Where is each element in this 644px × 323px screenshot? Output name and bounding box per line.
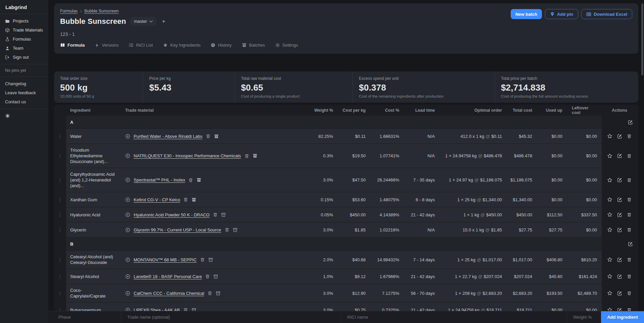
trade-material-link[interactable]: NATRLQUEST E30 - Innospec Performance Ch… xyxy=(134,153,241,158)
drag-handle[interactable]: ⋮ xyxy=(54,207,66,222)
edit-icon[interactable] xyxy=(617,197,622,202)
tab-inci-list[interactable]: INCI List xyxy=(129,43,153,48)
new-batch-button[interactable]: New batch xyxy=(511,9,542,19)
sidebar-link-leave-feedback[interactable]: Leave feedback xyxy=(0,88,48,97)
trade-material-link[interactable]: Purified Water - Above Rinaldi Labs xyxy=(134,134,202,139)
edit-icon[interactable] xyxy=(617,134,622,139)
trash-icon[interactable] xyxy=(225,227,229,232)
archive-icon[interactable] xyxy=(191,197,196,202)
archive-icon[interactable] xyxy=(216,291,221,296)
add-ingredient-button[interactable]: Add ingredient xyxy=(601,311,644,323)
scrollbar[interactable] xyxy=(641,3,643,75)
drag-handle[interactable]: ⋮ xyxy=(54,222,66,237)
trash-icon[interactable] xyxy=(200,257,205,262)
circle-plus-icon[interactable] xyxy=(125,212,130,217)
sidebar-link-changelog[interactable]: Changelog xyxy=(0,79,48,88)
star-icon[interactable] xyxy=(607,177,612,183)
edit-icon[interactable] xyxy=(617,227,622,232)
phase-input[interactable] xyxy=(48,311,121,323)
trash-icon[interactable] xyxy=(183,197,188,202)
drag-handle[interactable]: ⋮ xyxy=(54,168,66,192)
add-pin-button[interactable]: Add pin xyxy=(545,9,578,19)
edit-icon[interactable] xyxy=(617,153,622,158)
sidebar-item-team[interactable]: Team xyxy=(0,44,48,53)
trade-material-link[interactable]: Spectrastat™ PHL - Inolex xyxy=(134,177,185,182)
trade-material-link[interactable]: Hyaluronic Acid Powder 50 K - DRACO xyxy=(134,212,210,217)
drag-handle[interactable]: ⋮ xyxy=(54,129,66,144)
drag-handle[interactable]: ⋮ xyxy=(54,192,66,207)
circle-plus-icon[interactable] xyxy=(125,257,130,262)
star-icon[interactable] xyxy=(607,197,612,202)
trade-material-link[interactable]: MONTANOV™ 68 MB - SEPPIC xyxy=(134,257,197,262)
trash-icon[interactable] xyxy=(627,178,632,182)
edit-icon[interactable] xyxy=(628,241,633,247)
star-icon[interactable] xyxy=(607,133,612,139)
sidebar-item-trade-materials[interactable]: Trade Materials xyxy=(0,25,48,35)
trash-icon[interactable] xyxy=(213,212,218,217)
trade-material-link[interactable]: Glycerin 99.7% - Current USP - Local Sou… xyxy=(134,227,221,232)
star-icon[interactable] xyxy=(607,153,612,159)
trash-icon[interactable] xyxy=(205,274,210,279)
archive-icon[interactable] xyxy=(233,227,238,232)
trash-icon[interactable] xyxy=(627,197,632,202)
star-icon[interactable] xyxy=(607,274,612,279)
trash-icon[interactable] xyxy=(627,134,632,139)
trash-icon[interactable] xyxy=(188,178,193,182)
tab-formula[interactable]: Formula xyxy=(60,43,85,48)
archive-icon[interactable] xyxy=(214,134,219,139)
archive-icon[interactable] xyxy=(213,274,218,279)
trash-icon[interactable] xyxy=(627,227,632,232)
drag-handle[interactable]: ⋮ xyxy=(54,251,66,269)
circle-plus-icon[interactable] xyxy=(125,291,130,296)
star-icon[interactable] xyxy=(607,212,612,217)
trade-material-link[interactable]: Lanette® 18 - BASF Personal Care xyxy=(134,274,202,279)
trash-icon[interactable] xyxy=(627,257,632,262)
trade-name-input[interactable] xyxy=(121,311,341,323)
star-icon[interactable] xyxy=(607,290,612,296)
archive-icon[interactable] xyxy=(196,177,201,182)
tab-versions[interactable]: Versions xyxy=(95,43,119,48)
tab-batches[interactable]: Batches xyxy=(242,43,265,48)
weight-input[interactable] xyxy=(567,311,601,323)
edit-icon[interactable] xyxy=(617,177,622,182)
tab-history[interactable]: History xyxy=(211,43,231,48)
archive-icon[interactable] xyxy=(208,257,213,262)
circle-plus-icon[interactable] xyxy=(125,153,130,158)
sidebar-item-projects[interactable]: Projects xyxy=(0,16,48,25)
edit-icon[interactable] xyxy=(617,291,622,296)
sidebar-item-formulas[interactable]: Formulas xyxy=(0,35,48,44)
version-selector[interactable]: master xyxy=(130,17,156,26)
edit-icon[interactable] xyxy=(628,120,633,125)
drag-handle[interactable]: ⋮ xyxy=(54,284,66,302)
theme-toggle[interactable] xyxy=(0,109,48,124)
circle-plus-icon[interactable] xyxy=(125,134,130,139)
breadcrumb-current-link[interactable]: Bubble Sunscreen xyxy=(84,9,119,13)
trash-icon[interactable] xyxy=(208,291,212,295)
inci-name-input[interactable] xyxy=(341,311,567,323)
trade-material-link[interactable]: Keltrol CG-V - CP Kelco xyxy=(134,197,180,202)
trash-icon[interactable] xyxy=(206,134,211,139)
sidebar-item-sign-out[interactable]: Sign out xyxy=(0,53,48,62)
archive-icon[interactable] xyxy=(221,212,226,217)
circle-plus-icon[interactable] xyxy=(125,177,130,182)
edit-icon[interactable] xyxy=(617,257,622,262)
tab-settings[interactable]: Settings xyxy=(275,43,298,48)
star-icon[interactable] xyxy=(607,257,612,262)
drag-handle[interactable]: ⋮ xyxy=(54,269,66,284)
tab-key-ingredients[interactable]: Key Ingredients xyxy=(163,43,200,48)
trash-icon[interactable] xyxy=(627,154,632,158)
archive-icon[interactable] xyxy=(252,153,258,158)
sidebar-link-contact-us[interactable]: Contact us xyxy=(0,97,48,106)
edit-icon[interactable] xyxy=(617,274,622,279)
trash-icon[interactable] xyxy=(627,291,632,295)
circle-plus-icon[interactable] xyxy=(125,227,130,232)
star-icon[interactable] xyxy=(607,227,612,232)
breadcrumb-formulas-link[interactable]: Formulas xyxy=(60,9,78,13)
circle-plus-icon[interactable] xyxy=(125,274,130,279)
trade-material-link[interactable]: CalChem CCC - California Chemical xyxy=(134,291,204,296)
download-excel-button[interactable]: Download Excel xyxy=(581,9,632,19)
circle-plus-icon[interactable] xyxy=(125,197,130,202)
trash-icon[interactable] xyxy=(244,154,249,158)
drag-handle[interactable]: ⋮ xyxy=(54,144,66,168)
trash-icon[interactable] xyxy=(627,212,632,217)
